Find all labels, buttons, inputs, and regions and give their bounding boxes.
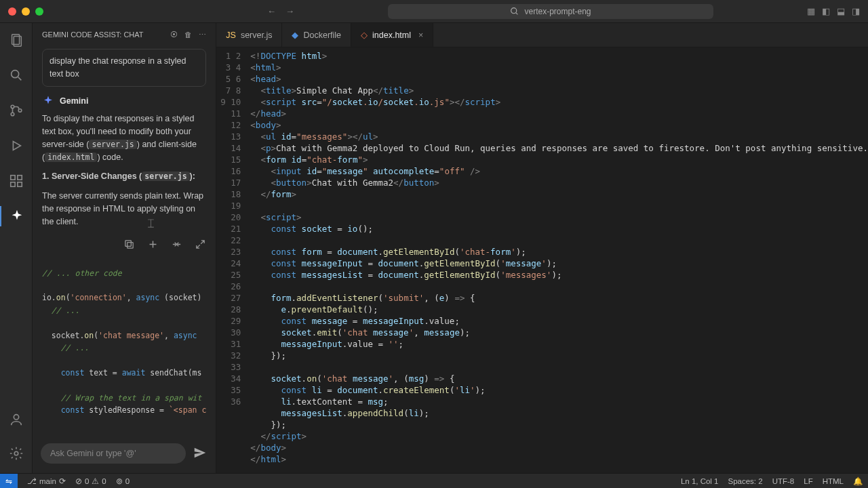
source-control-icon[interactable]: [0, 100, 33, 121]
tab-server-js[interactable]: JS server.js: [216, 23, 282, 47]
ports-indicator[interactable]: ⊚0: [116, 476, 130, 486]
remote-indicator[interactable]: ⇋: [0, 474, 18, 489]
tab-label: Dockerfile: [303, 30, 341, 40]
gemini-icon[interactable]: [0, 206, 33, 226]
target-icon[interactable]: ⦿: [170, 30, 178, 39]
js-file-icon: JS: [226, 30, 236, 40]
command-center[interactable]: vertex-prompt-eng: [388, 4, 713, 19]
activity-bar: [0, 23, 33, 473]
sidebar-header: GEMINI CODE ASSIST: CHAT ⦿ 🗑 ⋯: [33, 23, 216, 46]
accounts-icon[interactable]: [0, 409, 33, 430]
titlebar: ← → vertex-prompt-eng ▦ ◧ ⬓ ◨: [0, 0, 868, 23]
minimize-window[interactable]: [22, 7, 30, 16]
layout-grid-icon[interactable]: ▦: [807, 6, 815, 16]
code-content[interactable]: <!DOCTYPE html> <html> <head> <title>Sim…: [250, 47, 868, 473]
assistant-para-1: To display the chat responses in a style…: [42, 113, 206, 163]
trash-icon[interactable]: 🗑: [184, 30, 192, 39]
insert-icon[interactable]: [147, 239, 159, 250]
nav-forward-icon[interactable]: →: [285, 6, 294, 16]
send-icon: [193, 445, 208, 460]
svg-point-12: [14, 451, 18, 455]
svg-point-6: [18, 109, 22, 113]
code-snippet: // ... other code io.on('connection', as…: [42, 254, 206, 428]
settings-gear-icon[interactable]: [0, 443, 33, 464]
statusbar: ⇋ ⎇ main ⟳ ⊘0 ⚠0 ⊚0 Ln 1, Col 1 Spaces: …: [0, 473, 868, 488]
svg-rect-9: [10, 182, 14, 186]
zoom-window[interactable]: [35, 7, 43, 16]
sync-icon[interactable]: ⟳: [59, 476, 66, 486]
docker-file-icon: ◆: [292, 30, 298, 40]
svg-point-3: [11, 70, 18, 78]
notifications-icon[interactable]: 🔔: [853, 476, 863, 486]
warning-icon: ⚠: [92, 476, 99, 486]
window-controls: [8, 7, 43, 16]
svg-rect-14: [125, 241, 132, 247]
eol[interactable]: LF: [804, 476, 812, 486]
svg-rect-13: [127, 243, 134, 249]
svg-rect-8: [17, 176, 21, 180]
problems-indicator[interactable]: ⊘0 ⚠0: [75, 476, 106, 486]
send-button[interactable]: [193, 445, 208, 462]
search-icon: [510, 7, 519, 16]
radio-icon: ⊚: [116, 476, 123, 486]
editor-body[interactable]: 1 2 3 4 5 6 7 8 9 10 11 12 13 14 15 16 1…: [216, 47, 868, 473]
diff-icon[interactable]: [171, 239, 182, 250]
close-tab-icon[interactable]: ×: [418, 30, 423, 40]
nav-arrows: ← →: [267, 6, 294, 16]
toggle-panel-right-icon[interactable]: ◨: [852, 6, 860, 16]
svg-rect-10: [17, 182, 21, 186]
close-window[interactable]: [8, 7, 16, 16]
tab-label: index.html: [372, 30, 411, 40]
assistant-para-2: The server currently sends plain text. W…: [42, 190, 206, 228]
explorer-icon[interactable]: [0, 30, 33, 50]
svg-point-4: [11, 105, 14, 108]
run-debug-icon[interactable]: [0, 136, 33, 156]
sidebar-title: GEMINI CODE ASSIST: CHAT: [42, 30, 144, 39]
code-actions: [42, 235, 206, 254]
line-gutter: 1 2 3 4 5 6 7 8 9 10 11 12 13 14 15 16 1…: [216, 47, 250, 473]
editor-area: JS server.js ◆ Dockerfile ◇ index.html ×…: [216, 23, 868, 473]
error-icon: ⊘: [75, 476, 82, 486]
svg-point-0: [511, 8, 517, 14]
sidebar: GEMINI CODE ASSIST: CHAT ⦿ 🗑 ⋯ display t…: [33, 23, 216, 473]
tab-index-html[interactable]: ◇ index.html ×: [351, 23, 433, 47]
search-tab-icon[interactable]: [0, 65, 33, 85]
search-text: vertex-prompt-eng: [524, 7, 591, 16]
tab-dockerfile[interactable]: ◆ Dockerfile: [282, 23, 351, 47]
svg-point-11: [14, 415, 18, 420]
branch-icon: ⎇: [27, 476, 37, 486]
toggle-panel-bottom-icon[interactable]: ⬓: [837, 6, 845, 16]
tab-bar: JS server.js ◆ Dockerfile ◇ index.html ×…: [216, 23, 868, 47]
html-file-icon: ◇: [361, 30, 368, 40]
gemini-spark-icon: [42, 95, 54, 107]
language-mode[interactable]: HTML: [823, 476, 844, 486]
expand-icon[interactable]: [195, 239, 206, 250]
text-cursor-icon: ⌶: [148, 216, 154, 231]
copy-icon[interactable]: [123, 239, 135, 250]
remote-icon: ⇋: [5, 476, 12, 486]
tab-label: server.js: [241, 30, 273, 40]
svg-rect-7: [10, 176, 14, 180]
chat-input[interactable]: Ask Gemini or type '@': [41, 443, 186, 464]
branch-indicator[interactable]: ⎇ main ⟳: [27, 476, 66, 486]
assistant-name: Gemini: [60, 95, 88, 108]
assistant-message: Gemini To display the chat responses in …: [42, 95, 206, 429]
chat-thread: display the chat response in a styled te…: [33, 46, 216, 436]
toggle-panel-left-icon[interactable]: ◧: [822, 6, 830, 16]
cursor-position[interactable]: Ln 1, Col 1: [681, 476, 719, 486]
nav-back-icon[interactable]: ←: [267, 6, 276, 16]
more-icon[interactable]: ⋯: [199, 30, 206, 39]
svg-point-5: [11, 113, 14, 116]
indentation[interactable]: Spaces: 2: [728, 476, 763, 486]
section-title: 1. Server-Side Changes (server.js):: [42, 170, 206, 183]
extensions-icon[interactable]: [0, 171, 33, 191]
user-message: display the chat response in a styled te…: [42, 49, 206, 87]
encoding[interactable]: UTF-8: [772, 476, 795, 486]
chat-input-row: Ask Gemini or type '@': [33, 436, 216, 473]
